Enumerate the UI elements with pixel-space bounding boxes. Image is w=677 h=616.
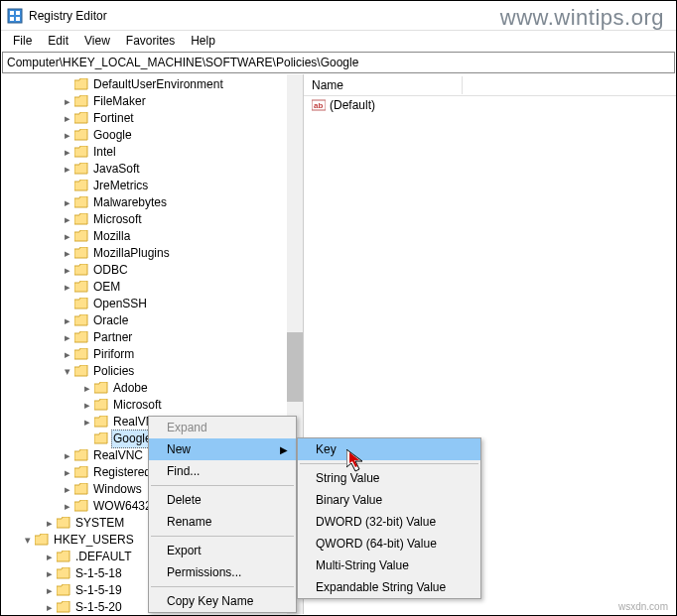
menu-separator [151, 586, 294, 587]
menu-view[interactable]: View [76, 32, 118, 50]
value-name: (Default) [330, 98, 375, 112]
tree-node[interactable]: JreMetrics [1, 178, 303, 194]
expand-toggle-icon[interactable]: ▸ [61, 144, 74, 161]
submenu-multi-string[interactable]: Multi-String Value [298, 554, 480, 576]
tree-node[interactable]: ▸MozillaPlugins [1, 245, 303, 262]
tree-label: Malwarebytes [91, 194, 169, 211]
expand-toggle-icon[interactable]: ▸ [61, 93, 74, 110]
list-header[interactable]: Name [304, 74, 676, 96]
expand-toggle-icon[interactable]: ▸ [61, 262, 74, 279]
menu-delete[interactable]: Delete [149, 489, 296, 511]
tree-label: .DEFAULT [73, 549, 133, 565]
expand-toggle-icon[interactable] [61, 296, 74, 312]
tree-node[interactable]: ▸Adobe [1, 380, 303, 397]
list-row-default[interactable]: ab (Default) [304, 96, 676, 114]
tree-node[interactable]: ▸Google [1, 127, 303, 144]
scrollbar-track[interactable] [287, 74, 303, 332]
expand-toggle-icon[interactable]: ▸ [61, 464, 74, 481]
tree-label: HKEY_USERS [52, 532, 136, 549]
menu-bar[interactable]: File Edit View Favorites Help [1, 31, 676, 51]
expand-toggle-icon[interactable]: ▸ [43, 549, 57, 565]
submenu-dword[interactable]: DWORD (32-bit) Value [298, 511, 480, 533]
expand-toggle-icon[interactable]: ▸ [43, 565, 57, 582]
submenu-string[interactable]: String Value [298, 467, 480, 489]
expand-toggle-icon[interactable] [61, 76, 74, 93]
menu-find[interactable]: Find... [149, 460, 296, 482]
expand-toggle-icon[interactable]: ▸ [61, 481, 74, 498]
menu-separator [151, 485, 294, 486]
tree-label: Mozilla [91, 228, 132, 245]
window-title: Registry Editor [29, 9, 107, 23]
tree-node[interactable]: ▸FileMaker [1, 93, 303, 110]
tree-node[interactable]: ▸OEM [1, 279, 303, 296]
tree-label: Microsoft [111, 397, 164, 414]
expand-toggle-icon[interactable]: ▸ [80, 397, 94, 414]
tree-node[interactable]: ▸Malwarebytes [1, 194, 303, 211]
submenu-key[interactable]: Key [298, 438, 480, 460]
scrollbar-thumb[interactable] [287, 332, 303, 402]
expand-toggle-icon[interactable]: ▸ [61, 329, 74, 346]
expand-toggle-icon[interactable]: ▸ [61, 447, 74, 464]
menu-export[interactable]: Export [149, 540, 296, 561]
tree-label: Microsoft [91, 211, 144, 228]
expand-toggle-icon[interactable]: ▸ [61, 279, 74, 296]
menu-permissions[interactable]: Permissions... [149, 561, 296, 583]
expand-toggle-icon[interactable]: ▸ [80, 414, 94, 431]
tree-node[interactable]: ▸Intel [1, 144, 303, 161]
menu-edit[interactable]: Edit [40, 32, 76, 50]
menu-new[interactable]: New▶ [149, 438, 296, 460]
expand-toggle-icon[interactable]: ▸ [43, 515, 57, 532]
tree-label: Partner [91, 329, 134, 346]
tree-node[interactable]: ▸Oracle [1, 312, 303, 329]
title-bar: Registry Editor [1, 1, 676, 31]
expand-toggle-icon[interactable]: ▸ [61, 194, 74, 211]
menu-copy-key-name[interactable]: Copy Key Name [149, 590, 296, 612]
menu-favorites[interactable]: Favorites [118, 32, 183, 50]
tree-label: S-1-5-20 [73, 599, 124, 614]
column-name[interactable]: Name [304, 76, 463, 94]
expand-toggle-icon[interactable]: ▸ [61, 346, 74, 363]
tree-node[interactable]: ▸Fortinet [1, 110, 303, 127]
expand-toggle-icon[interactable]: ▸ [43, 582, 57, 599]
expand-toggle-icon[interactable]: ▸ [61, 498, 74, 515]
tree-label: RealVNC [91, 447, 145, 464]
new-submenu[interactable]: Key String Value Binary Value DWORD (32-… [297, 437, 481, 599]
svg-text:ab: ab [314, 101, 323, 110]
expand-toggle-icon[interactable]: ▸ [61, 312, 74, 329]
expand-toggle-icon[interactable]: ▸ [80, 380, 94, 397]
submenu-binary[interactable]: Binary Value [298, 489, 480, 511]
address-bar[interactable]: Computer\HKEY_LOCAL_MACHINE\SOFTWARE\Pol… [2, 52, 675, 73]
menu-help[interactable]: Help [183, 32, 223, 50]
menu-expand[interactable]: Expand [149, 417, 296, 438]
expand-toggle-icon[interactable] [80, 431, 94, 447]
tree-node[interactable]: ▸Microsoft [1, 211, 303, 228]
string-value-icon: ab [312, 98, 326, 112]
expand-toggle-icon[interactable]: ▸ [61, 211, 74, 228]
tree-node[interactable]: ▸Piriform [1, 346, 303, 363]
tree-label: Registered [91, 464, 153, 481]
tree-label: S-1-5-18 [73, 565, 124, 582]
expand-toggle-icon[interactable]: ▸ [61, 245, 74, 262]
expand-toggle-icon[interactable]: ▾ [61, 363, 74, 380]
expand-toggle-icon[interactable]: ▸ [61, 228, 74, 245]
tree-node[interactable]: ▸ODBC [1, 262, 303, 279]
tree-node[interactable]: ▸Mozilla [1, 228, 303, 245]
expand-toggle-icon[interactable] [61, 178, 74, 194]
context-menu[interactable]: Expand New▶ Find... Delete Rename Export… [148, 416, 297, 613]
submenu-expandable-string[interactable]: Expandable String Value [298, 576, 480, 598]
menu-file[interactable]: File [5, 32, 40, 50]
tree-node[interactable]: ▸JavaSoft [1, 161, 303, 178]
tree-node[interactable]: ▸Partner [1, 329, 303, 346]
expand-toggle-icon[interactable]: ▸ [61, 110, 74, 127]
tree-node[interactable]: ▸Microsoft [1, 397, 303, 414]
submenu-qword[interactable]: QWORD (64-bit) Value [298, 533, 480, 554]
expand-toggle-icon[interactable]: ▸ [61, 127, 74, 144]
tree-node[interactable]: DefaultUserEnvironment [1, 76, 303, 93]
tree-node[interactable]: OpenSSH [1, 296, 303, 312]
menu-rename[interactable]: Rename [149, 511, 296, 533]
tree-node[interactable]: ▾Policies [1, 363, 303, 380]
expand-toggle-icon[interactable]: ▸ [43, 599, 57, 614]
expand-toggle-icon[interactable]: ▾ [21, 532, 35, 549]
expand-toggle-icon[interactable]: ▸ [61, 161, 74, 178]
tree-label: JreMetrics [91, 178, 150, 194]
